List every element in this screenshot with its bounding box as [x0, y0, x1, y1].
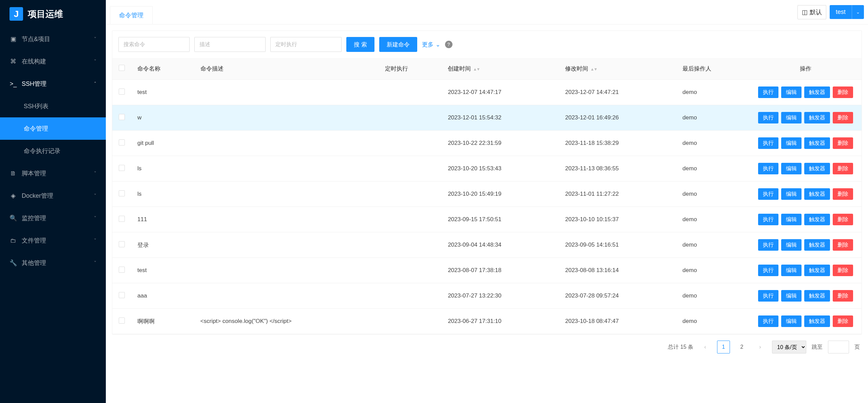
- run-button[interactable]: 执行: [758, 87, 778, 98]
- delete-button[interactable]: 删除: [833, 163, 853, 174]
- row-checkbox[interactable]: [119, 139, 125, 146]
- edit-button[interactable]: 编辑: [781, 214, 802, 225]
- workspace-chip[interactable]: ◫ 默认: [797, 5, 826, 19]
- run-button[interactable]: 执行: [758, 163, 778, 174]
- delete-button[interactable]: 删除: [833, 137, 853, 149]
- chevron-down-icon: ⌄: [856, 9, 860, 15]
- tab-command-management[interactable]: 命令管理: [110, 6, 153, 24]
- row-checkbox[interactable]: [119, 241, 125, 247]
- sidebar-item-6[interactable]: 🗀文件管理˅: [0, 229, 106, 252]
- edit-button[interactable]: 编辑: [781, 239, 802, 251]
- run-button[interactable]: 执行: [758, 265, 778, 276]
- cell-cron: [379, 207, 442, 232]
- search-cron-input[interactable]: [270, 37, 342, 52]
- sidebar-subitem-label: 命令执行记录: [24, 147, 60, 155]
- delete-button[interactable]: 删除: [833, 265, 853, 276]
- help-icon[interactable]: ?: [445, 41, 452, 48]
- cell-modified: 2023-12-01 16:49:26: [559, 105, 676, 131]
- row-checkbox[interactable]: [119, 190, 125, 196]
- pagination-page-1[interactable]: 1: [717, 341, 730, 353]
- cell-cron: [379, 258, 442, 283]
- more-link[interactable]: 更多 ⌄: [422, 41, 440, 49]
- trigger-button[interactable]: 触发器: [804, 290, 830, 302]
- edit-button[interactable]: 编辑: [781, 137, 802, 149]
- workspace-dropdown-caret[interactable]: ⌄: [852, 5, 864, 19]
- cell-desc: [194, 181, 379, 207]
- sidebar-item-3[interactable]: 🗎脚本管理˅: [0, 162, 106, 185]
- run-button[interactable]: 执行: [758, 188, 778, 200]
- pagination-next[interactable]: ›: [754, 341, 767, 353]
- row-actions: 执行编辑触发器删除: [756, 315, 855, 327]
- menu-icon: 🗎: [9, 170, 17, 177]
- edit-button[interactable]: 编辑: [781, 290, 802, 302]
- sidebar-subitem-2-2[interactable]: 命令执行记录: [0, 140, 106, 162]
- sidebar-subitem-2-1[interactable]: 命令管理: [0, 117, 106, 140]
- cell-created: 2023-09-04 14:48:34: [442, 232, 559, 258]
- trigger-button[interactable]: 触发器: [804, 137, 830, 149]
- run-button[interactable]: 执行: [758, 214, 778, 225]
- run-button[interactable]: 执行: [758, 290, 778, 302]
- delete-button[interactable]: 删除: [833, 239, 853, 251]
- delete-button[interactable]: 删除: [833, 290, 853, 302]
- search-button[interactable]: 搜 索: [346, 37, 374, 52]
- run-button[interactable]: 执行: [758, 137, 778, 149]
- pagination-size-select[interactable]: 10 条/页: [772, 341, 806, 353]
- trigger-button[interactable]: 触发器: [804, 239, 830, 251]
- chevron-down-icon: ˅: [94, 59, 96, 64]
- delete-button[interactable]: 删除: [833, 188, 853, 200]
- row-checkbox[interactable]: [119, 267, 125, 273]
- table-row: git pull2023-10-22 22:31:592023-11-18 15…: [112, 131, 862, 156]
- workspace-dropdown-button[interactable]: test: [830, 5, 852, 19]
- sidebar-item-4[interactable]: ◈Docker管理˅: [0, 185, 106, 207]
- select-all-checkbox[interactable]: [119, 65, 125, 71]
- delete-button[interactable]: 删除: [833, 87, 853, 98]
- menu-icon: 🗀: [9, 237, 17, 244]
- edit-button[interactable]: 编辑: [781, 265, 802, 276]
- row-checkbox[interactable]: [119, 89, 125, 95]
- run-button[interactable]: 执行: [758, 239, 778, 251]
- cell-created: 2023-10-20 15:49:19: [442, 181, 559, 207]
- edit-button[interactable]: 编辑: [781, 87, 802, 98]
- run-button[interactable]: 执行: [758, 112, 778, 123]
- row-checkbox[interactable]: [119, 292, 125, 298]
- sidebar-subitem-2-0[interactable]: SSH列表: [0, 95, 106, 117]
- pagination-jump-input[interactable]: [828, 341, 849, 353]
- delete-button[interactable]: 删除: [833, 112, 853, 123]
- delete-button[interactable]: 删除: [833, 315, 853, 327]
- trigger-button[interactable]: 触发器: [804, 214, 830, 225]
- sidebar-item-2[interactable]: >_SSH管理˄: [0, 73, 106, 95]
- sidebar-item-1[interactable]: ⌘在线构建˅: [0, 50, 106, 73]
- row-checkbox[interactable]: [119, 216, 125, 222]
- workspace-dropdown: test ⌄: [830, 5, 864, 19]
- row-checkbox[interactable]: [119, 318, 125, 324]
- row-checkbox[interactable]: [119, 114, 125, 120]
- edit-button[interactable]: 编辑: [781, 315, 802, 327]
- col-created[interactable]: 创建时间▲▼: [442, 58, 559, 80]
- trigger-button[interactable]: 触发器: [804, 87, 830, 98]
- run-button[interactable]: 执行: [758, 315, 778, 327]
- delete-button[interactable]: 删除: [833, 214, 853, 225]
- trigger-button[interactable]: 触发器: [804, 163, 830, 174]
- pagination-page-2[interactable]: 2: [735, 341, 748, 353]
- search-command-input[interactable]: [118, 37, 190, 52]
- pagination-prev[interactable]: ‹: [699, 341, 712, 353]
- sidebar-item-5[interactable]: 🔍监控管理˅: [0, 207, 106, 229]
- sidebar-item-7[interactable]: 🔧其他管理˅: [0, 252, 106, 274]
- sidebar-item-0[interactable]: ▣节点&项目˅: [0, 28, 106, 50]
- col-modified[interactable]: 修改时间▲▼: [559, 58, 676, 80]
- edit-button[interactable]: 编辑: [781, 163, 802, 174]
- trigger-button[interactable]: 触发器: [804, 265, 830, 276]
- new-command-button[interactable]: 新建命令: [379, 37, 417, 52]
- row-checkbox[interactable]: [119, 165, 125, 171]
- trigger-button[interactable]: 触发器: [804, 188, 830, 200]
- edit-button[interactable]: 编辑: [781, 112, 802, 123]
- trigger-button[interactable]: 触发器: [804, 315, 830, 327]
- cell-operator: demo: [676, 232, 750, 258]
- trigger-button[interactable]: 触发器: [804, 112, 830, 123]
- edit-button[interactable]: 编辑: [781, 188, 802, 200]
- col-name[interactable]: 命令名称: [131, 58, 194, 80]
- row-actions: 执行编辑触发器删除: [756, 214, 855, 225]
- search-desc-input[interactable]: [194, 37, 266, 52]
- cell-created: 2023-10-20 15:53:43: [442, 156, 559, 181]
- chevron-down-icon: ⌄: [436, 41, 440, 48]
